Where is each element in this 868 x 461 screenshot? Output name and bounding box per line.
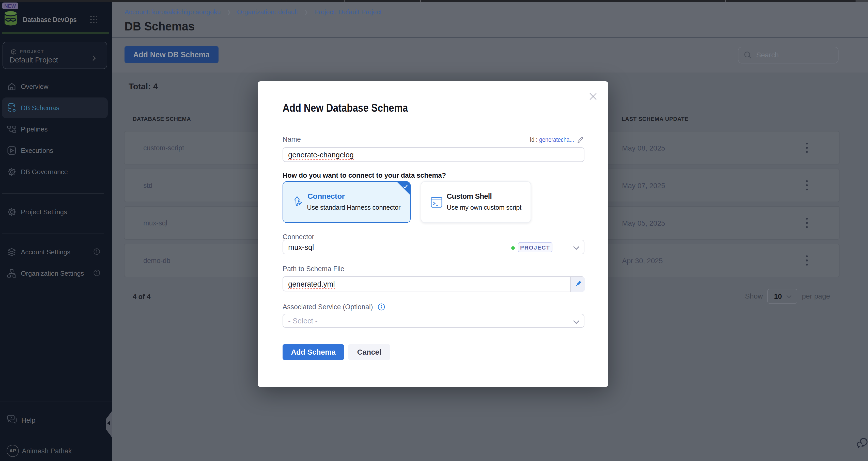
svg-text:?: ? bbox=[10, 416, 12, 420]
